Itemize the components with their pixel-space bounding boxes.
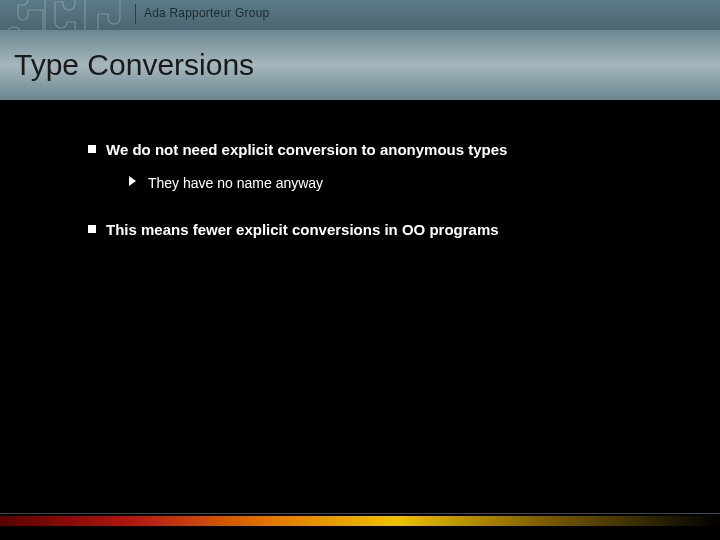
- bullet-item: This means fewer explicit conversions in…: [88, 220, 680, 240]
- header-divider: [135, 4, 136, 24]
- square-bullet-icon: [88, 145, 96, 153]
- footer-stripe: [0, 516, 720, 526]
- footer-divider: [0, 513, 720, 514]
- arrow-right-icon: [128, 175, 138, 187]
- sub-bullet-item: They have no name anyway: [128, 174, 680, 192]
- spacer: [88, 210, 680, 220]
- bullet-text: We do not need explicit conversion to an…: [106, 140, 507, 160]
- title-band: Type Conversions: [0, 30, 720, 100]
- slide: Ada Rapporteur Group Type Conversions We…: [0, 0, 720, 540]
- group-label: Ada Rapporteur Group: [144, 6, 269, 20]
- square-bullet-icon: [88, 225, 96, 233]
- slide-title: Type Conversions: [14, 48, 254, 82]
- content-area: We do not need explicit conversion to an…: [88, 140, 680, 253]
- bullet-item: We do not need explicit conversion to an…: [88, 140, 680, 160]
- sub-bullet-text: They have no name anyway: [148, 174, 323, 192]
- bullet-text: This means fewer explicit conversions in…: [106, 220, 499, 240]
